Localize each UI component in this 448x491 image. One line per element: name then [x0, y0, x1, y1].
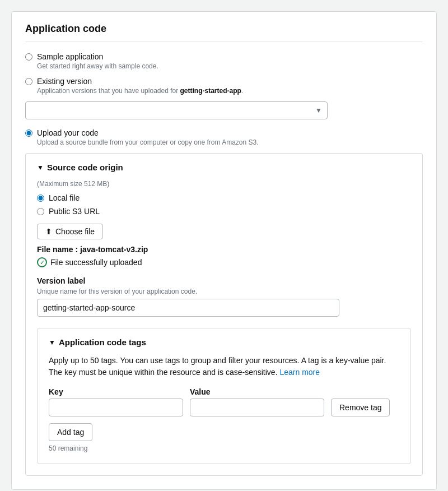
- value-input[interactable]: [190, 399, 324, 416]
- application-code-tags-header[interactable]: ▼ Application code tags: [49, 337, 399, 347]
- upload-code-main-label: Upload your code: [37, 128, 259, 137]
- add-tag-button[interactable]: Add tag: [49, 423, 92, 441]
- page-container: Application code Sample application Get …: [11, 11, 437, 490]
- source-code-origin-arrow-icon: ▼: [37, 164, 44, 172]
- value-field-group: Value: [190, 387, 324, 416]
- public-s3-label[interactable]: Public S3 URL: [49, 207, 100, 216]
- sample-application-description: Get started right away with sample code.: [37, 62, 158, 70]
- version-label-sublabel: Unique name for this version of your app…: [37, 288, 411, 295]
- upload-code-description: Upload a source bundle from your compute…: [37, 138, 259, 146]
- max-size-note: (Maximum size 512 MB): [37, 180, 411, 188]
- page-title: Application code: [25, 23, 423, 42]
- local-file-label[interactable]: Local file: [49, 193, 80, 202]
- existing-version-label: Existing version Application versions th…: [37, 77, 243, 95]
- upload-success-text: File successfully uploaded: [50, 258, 142, 267]
- tags-description-text: Apply up to 50 tags. You can use tags to…: [49, 356, 386, 377]
- source-type-group: Local file Public S3 URL: [37, 193, 411, 216]
- sample-application-main-label: Sample application: [37, 52, 158, 61]
- tags-section-arrow-icon: ▼: [49, 339, 55, 346]
- upload-icon: ⬆: [45, 227, 52, 236]
- version-label-section: Version label Unique name for this versi…: [37, 276, 411, 317]
- key-field-label: Key: [49, 387, 183, 396]
- existing-version-radio[interactable]: [25, 78, 32, 85]
- existing-version-dropdown-wrapper: ▼: [25, 101, 423, 119]
- choose-file-label: Choose file: [55, 227, 95, 236]
- sample-application-label: Sample application Get started right awa…: [37, 52, 158, 70]
- learn-more-link[interactable]: Learn more: [279, 368, 320, 377]
- public-s3-option[interactable]: Public S3 URL: [37, 207, 411, 216]
- value-field-label: Value: [190, 387, 324, 396]
- version-label-input[interactable]: [37, 299, 339, 317]
- local-file-option[interactable]: Local file: [37, 193, 411, 202]
- application-code-tags-section: ▼ Application code tags Apply up to 50 t…: [37, 328, 411, 464]
- upload-code-radio[interactable]: [25, 129, 32, 137]
- success-icon: ✓: [37, 257, 47, 267]
- tags-columns: Key Value Remove tag: [49, 387, 399, 416]
- app-name-bold: getting-started-app: [180, 87, 241, 95]
- choose-file-button[interactable]: ⬆ Choose file: [37, 224, 103, 239]
- remaining-text: 50 remaining: [49, 444, 399, 452]
- file-name-label: File name :: [37, 245, 80, 254]
- existing-version-dropdown[interactable]: [25, 101, 328, 119]
- remove-tag-button[interactable]: Remove tag: [331, 399, 390, 416]
- existing-version-option[interactable]: Existing version Application versions th…: [25, 77, 423, 95]
- tags-description: Apply up to 50 tags. You can use tags to…: [49, 355, 399, 378]
- version-label-field-label: Version label: [37, 276, 411, 285]
- file-name-value: java-tomcat-v3.zip: [80, 245, 148, 254]
- existing-version-main-label: Existing version: [37, 77, 243, 86]
- sample-application-radio[interactable]: [25, 53, 32, 61]
- upload-code-label: Upload your code Upload a source bundle …: [37, 128, 259, 146]
- source-code-origin-header[interactable]: ▼ Source code origin: [37, 163, 411, 172]
- upload-success-row: ✓ File successfully uploaded: [37, 257, 411, 267]
- source-code-origin-section: ▼ Source code origin (Maximum size 512 M…: [25, 153, 423, 476]
- public-s3-radio[interactable]: [37, 208, 44, 215]
- key-field-group: Key: [49, 387, 183, 416]
- local-file-radio[interactable]: [37, 194, 44, 202]
- file-name-row: File name : java-tomcat-v3.zip: [37, 245, 411, 254]
- tags-section-title: Application code tags: [59, 337, 146, 347]
- sample-application-option[interactable]: Sample application Get started right awa…: [25, 52, 423, 70]
- existing-version-description: Application versions that you have uploa…: [37, 87, 243, 95]
- key-input[interactable]: [49, 399, 183, 416]
- source-code-origin-title: Source code origin: [47, 163, 123, 172]
- upload-code-option[interactable]: Upload your code Upload a source bundle …: [25, 128, 423, 146]
